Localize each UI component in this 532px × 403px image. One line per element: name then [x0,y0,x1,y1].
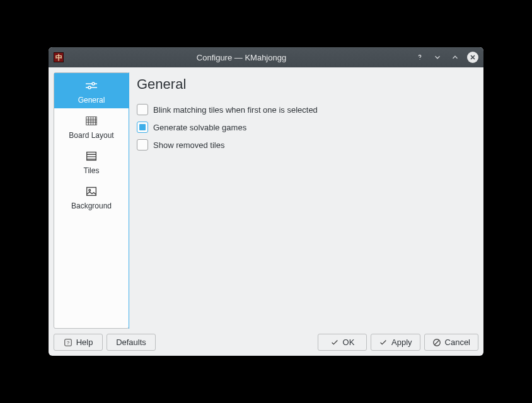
svg-text:?: ? [66,339,69,345]
sidebar-item-background[interactable]: Background [54,179,129,214]
svg-line-22 [434,340,439,344]
cancel-button[interactable]: Cancel [424,334,478,351]
ok-button[interactable]: OK [318,334,367,351]
settings-content: General Blink matching tiles when first … [129,72,478,329]
sidebar-item-label: General [78,96,105,105]
svg-point-4 [88,86,91,89]
dialog-body: General Board Layout [49,67,483,356]
checkbox[interactable] [137,139,148,150]
sidebar-item-tiles[interactable]: Tiles [54,144,129,179]
defaults-button[interactable]: Defaults [107,334,156,351]
svg-point-0 [419,59,420,60]
checkbox[interactable] [137,104,148,115]
tiles-icon [84,149,99,164]
sliders-icon [84,78,99,93]
option-label: Show removed tiles [153,140,224,150]
option-solvable-games[interactable]: Generate solvable games [137,122,476,133]
maximize-icon[interactable] [449,52,461,63]
check-icon [379,338,388,347]
category-sidebar: General Board Layout [54,72,129,329]
svg-point-2 [92,82,95,85]
sidebar-item-board-layout[interactable]: Board Layout [54,108,129,144]
minimize-icon[interactable] [432,52,443,63]
apply-button[interactable]: Apply [371,334,420,351]
sidebar-item-general[interactable]: General [54,73,129,108]
button-label: OK [343,338,355,347]
page-heading: General [137,76,476,93]
option-blink-matching[interactable]: Blink matching tiles when first one is s… [137,104,476,115]
option-show-removed[interactable]: Show removed tiles [137,139,476,150]
help-button[interactable]: ? Help [54,334,103,351]
app-icon: 中 [54,52,64,62]
window-title: Configure — KMahjongg [69,53,414,62]
option-label: Blink matching tiles when first one is s… [153,105,318,115]
option-label: Generate solvable games [153,123,246,132]
dialog-button-row: ? Help Defaults OK Apply Cancel [54,334,478,351]
button-label: Cancel [445,338,470,347]
button-label: Help [76,338,93,347]
sidebar-item-label: Background [71,202,112,210]
svg-rect-17 [87,188,96,196]
svg-point-18 [89,190,91,191]
dialog-window: 中 Configure — KMahjongg [49,47,483,356]
checkbox[interactable] [137,122,148,133]
titlebar: 中 Configure — KMahjongg [49,47,483,67]
button-label: Defaults [116,338,146,347]
help-icon[interactable] [414,52,425,63]
cancel-icon [432,338,441,347]
check-icon [330,338,339,347]
button-label: Apply [391,338,412,347]
sidebar-item-label: Tiles [84,166,100,175]
sidebar-item-label: Board Layout [69,131,113,140]
help-badge-icon: ? [64,338,72,347]
window-controls [414,52,478,63]
main-area: General Board Layout [54,72,478,329]
image-icon [84,184,99,199]
grid-icon [84,113,99,128]
close-icon[interactable] [467,52,478,63]
